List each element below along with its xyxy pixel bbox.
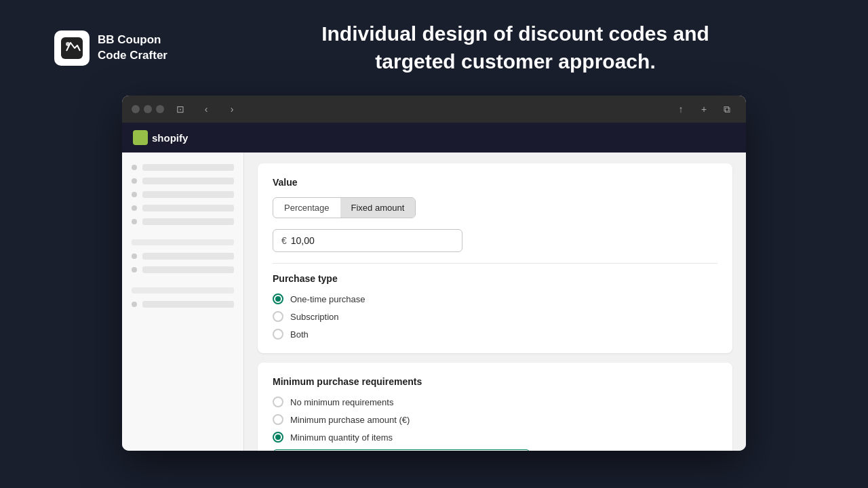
value-card-title: Value — [273, 177, 717, 188]
svg-point-1 — [66, 42, 70, 46]
divider — [273, 263, 717, 264]
value-type-toggle: Percentage Fixed amount — [273, 197, 416, 218]
sidebar-dot — [132, 219, 137, 224]
amount-input[interactable] — [291, 235, 454, 246]
radio-label-both: Both — [290, 329, 309, 340]
radio-label-no-minimum: No minimum requirements — [290, 397, 393, 407]
sidebar-section-apps — [132, 287, 234, 293]
logo-area: BB CouponCode Crafter — [54, 30, 190, 66]
radio-both[interactable]: Both — [273, 329, 717, 340]
radio-one-time[interactable]: One-time purchase — [273, 293, 717, 304]
radio-label-one-time: One-time purchase — [290, 294, 366, 304]
sidebar-dot — [132, 302, 137, 307]
maximize-dot — [156, 105, 164, 113]
value-card: Value Percentage Fixed amount € Purchase… — [258, 163, 732, 353]
copy-tab-button[interactable]: ⧉ — [717, 100, 736, 119]
forward-button[interactable]: › — [222, 100, 241, 119]
sidebar-dot — [132, 253, 137, 259]
radio-label-subscription: Subscription — [290, 312, 339, 322]
radio-circle-both — [273, 329, 283, 340]
sidebar-dot — [132, 192, 137, 197]
sidebar-item-analytics[interactable] — [122, 188, 243, 201]
sidebar-item-label — [142, 205, 234, 211]
qty-input[interactable] — [273, 449, 530, 451]
min-purchase-title: Minimum purchase requirements — [273, 376, 717, 387]
purchase-type-title: Purchase type — [273, 273, 717, 284]
fixed-amount-tab[interactable]: Fixed amount — [340, 198, 416, 218]
min-purchase-radio-group: No minimum requirements Minimum purchase… — [273, 396, 717, 443]
shopify-text: shopify — [152, 132, 188, 144]
sidebar-item-marketing[interactable] — [122, 201, 243, 215]
purchase-type-radio-group: One-time purchase Subscription Both — [273, 293, 717, 340]
shopify-logo: shopify — [133, 130, 188, 145]
sidebar-section-sales — [132, 239, 234, 245]
sidebar-item-label — [142, 191, 234, 198]
sidebar-item-discounts[interactable] — [122, 215, 243, 228]
sidebar-item-customers[interactable] — [122, 161, 243, 174]
radio-circle-min-amount — [273, 414, 283, 425]
sidebar-group-sales — [122, 249, 243, 277]
radio-min-qty[interactable]: Minimum quantity of items — [273, 432, 717, 443]
sidebar-item-label — [142, 178, 234, 184]
radio-subscription[interactable]: Subscription — [273, 311, 717, 322]
share-button[interactable]: ↑ — [671, 100, 690, 119]
sidebar-dot — [132, 178, 137, 184]
percentage-tab[interactable]: Percentage — [273, 198, 340, 218]
new-tab-button[interactable]: + — [694, 100, 713, 119]
radio-circle-min-qty — [273, 432, 283, 443]
minimum-purchase-card: Minimum purchase requirements No minimum… — [258, 363, 732, 451]
app-logo-icon — [54, 30, 90, 66]
close-dot — [132, 105, 140, 113]
currency-prefix: € — [281, 235, 287, 246]
sidebar-group-main — [122, 161, 243, 228]
top-section: BB CouponCode Crafter Individual design … — [0, 0, 868, 89]
sidebar-item-label — [142, 164, 234, 171]
window-controls — [132, 105, 164, 113]
minimize-dot — [144, 105, 152, 113]
radio-circle-no-minimum — [273, 396, 283, 407]
back-button[interactable]: ‹ — [197, 100, 216, 119]
browser-actions: ↑ + ⧉ — [671, 100, 736, 119]
main-content: Value Percentage Fixed amount € Purchase… — [244, 152, 746, 451]
browser-window: ⊡ ‹ › ↑ + ⧉ shopify — [122, 96, 746, 451]
sidebar-item-label — [142, 253, 234, 260]
sidebar-item-label — [142, 218, 234, 225]
radio-label-min-amount: Minimum purchase amount (€) — [290, 415, 410, 425]
shopify-navbar: shopify — [122, 123, 746, 152]
sidebar-item-orders[interactable] — [122, 174, 243, 188]
sidebar-dot — [132, 205, 137, 211]
radio-circle-subscription — [273, 311, 283, 322]
app-logo-text: BB CouponCode Crafter — [98, 33, 167, 62]
sidebar-dot — [132, 165, 137, 170]
radio-circle-one-time — [273, 293, 283, 304]
sidebar-item-pos[interactable] — [122, 263, 243, 277]
sidebar-toggle-button[interactable]: ⊡ — [171, 100, 190, 119]
sidebar — [122, 152, 244, 451]
sidebar-group-apps — [122, 298, 243, 311]
amount-input-field[interactable]: € — [273, 229, 462, 252]
svg-rect-0 — [61, 37, 83, 59]
browser-toolbar: ⊡ ‹ › ↑ + ⧉ — [122, 96, 746, 123]
sidebar-item-setup[interactable] — [122, 298, 243, 311]
browser-body: Value Percentage Fixed amount € Purchase… — [122, 152, 746, 451]
sidebar-item-label — [142, 266, 234, 273]
radio-label-min-qty: Minimum quantity of items — [290, 432, 393, 443]
sidebar-item-online-store[interactable] — [122, 249, 243, 263]
shopify-icon — [133, 130, 148, 145]
headline: Individual design of discount codes and … — [217, 20, 814, 75]
sidebar-dot — [132, 267, 137, 272]
sidebar-item-label — [142, 301, 234, 308]
radio-min-amount[interactable]: Minimum purchase amount (€) — [273, 414, 717, 425]
radio-no-minimum[interactable]: No minimum requirements — [273, 396, 717, 407]
